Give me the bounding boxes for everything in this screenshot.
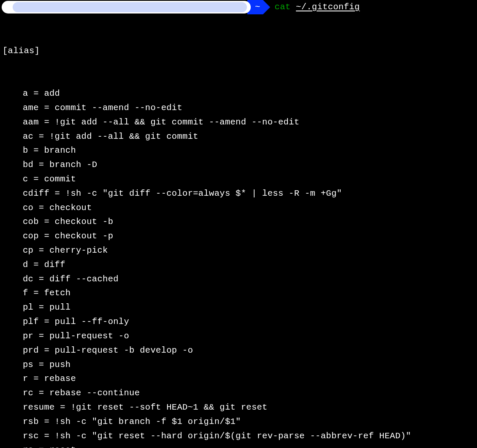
alias-line: f = fetch (3, 286, 477, 300)
alias-line: cop = checkout -p (3, 229, 477, 243)
alias-line: cdiff = !sh -c "git diff --color=always … (3, 186, 477, 201)
alias-line: c = commit (3, 172, 477, 186)
alias-line: prd = pull-request -b develop -o (3, 343, 477, 358)
command-argument: ~/.gitconfig (296, 2, 360, 12)
alias-line: pl = pull (3, 300, 477, 315)
alias-line: cp = cherry-pick (3, 243, 477, 258)
alias-line: bd = branch -D (3, 158, 477, 172)
alias-line: plf = pull --ff-only (3, 315, 477, 329)
alias-line: resume = !git reset --soft HEAD~1 && git… (3, 400, 477, 415)
alias-line: co = checkout (3, 201, 477, 215)
alias-line: rsc = !sh -c "git reset --hard origin/$(… (3, 429, 477, 443)
alias-line: dc = diff --cached (3, 272, 477, 286)
alias-line: rsb = !sh -c "git branch -f $1 origin/$1… (3, 415, 477, 429)
alias-list: a = addame = commit --amend --no-editaam… (3, 86, 477, 448)
alias-line: rs = reset (3, 443, 477, 448)
command-name: cat (275, 2, 291, 12)
alias-line: ps = push (3, 358, 477, 372)
terminal-output[interactable]: [alias] a = addame = commit --amend --no… (0, 14, 477, 448)
config-section-header: [alias] (3, 44, 477, 58)
terminal-window[interactable]: ~ cat ~/.gitconfig [alias] a = addame = … (0, 0, 477, 448)
alias-line: pr = pull-request -o (3, 329, 477, 343)
redacted-overlay (13, 2, 247, 12)
alias-line: aam = !git add --all && git commit --ame… (3, 115, 477, 130)
alias-line: ac = !git add --all && git commit (3, 130, 477, 144)
alias-line: rc = rebase --continue (3, 386, 477, 400)
prompt-line: ~ cat ~/.gitconfig (0, 0, 477, 14)
alias-line: a = add (3, 86, 477, 101)
alias-line: d = diff (3, 258, 477, 272)
alias-line: ame = commit --amend --no-edit (3, 101, 477, 115)
prompt-cwd: ~ (255, 0, 260, 14)
alias-line: r = rebase (3, 372, 477, 386)
alias-line: b = branch (3, 143, 477, 158)
alias-line: cob = checkout -b (3, 215, 477, 229)
command-entry[interactable]: cat ~/.gitconfig (275, 0, 360, 14)
